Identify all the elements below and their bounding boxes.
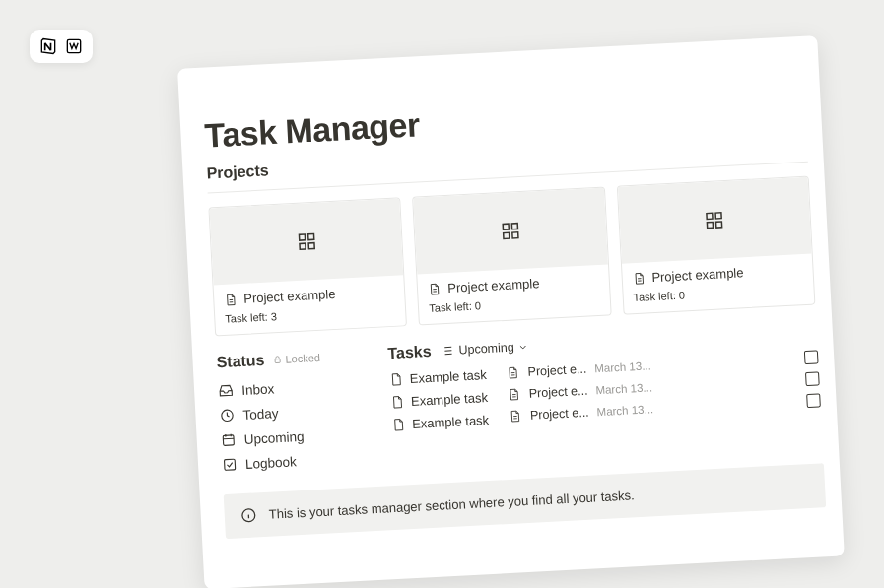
task-checkbox[interactable] [805, 371, 820, 386]
task-row-name: Project e... [527, 362, 586, 379]
project-card[interactable]: Project example Task left: 3 [208, 197, 407, 336]
chevron-down-icon [517, 341, 529, 353]
inbox-icon [218, 382, 235, 399]
status-item-label: Today [242, 406, 279, 423]
status-item-inbox[interactable]: Inbox [218, 375, 367, 399]
status-item-today[interactable]: Today [219, 400, 368, 424]
svg-rect-2 [307, 234, 313, 240]
page-icon [507, 387, 521, 402]
svg-rect-6 [511, 224, 517, 229]
task-label: Example task [412, 413, 490, 431]
status-item-label: Upcoming [243, 428, 304, 446]
calendar-icon [220, 431, 237, 448]
project-cover [618, 177, 812, 264]
svg-rect-15 [223, 435, 234, 446]
svg-rect-8 [512, 232, 518, 238]
locked-indicator: Locked [272, 352, 320, 366]
task-item[interactable]: Example task [391, 413, 490, 432]
svg-rect-10 [715, 213, 721, 219]
list-icon [441, 344, 455, 359]
page-icon [390, 394, 406, 410]
svg-rect-16 [224, 459, 235, 470]
page-icon [509, 409, 523, 424]
status-item-upcoming[interactable]: Upcoming [220, 425, 369, 448]
project-cover [413, 188, 607, 275]
task-label: Example task [411, 390, 489, 409]
svg-rect-7 [504, 232, 510, 238]
project-card[interactable]: Project example Task left: 0 [616, 176, 815, 315]
svg-rect-12 [716, 222, 722, 228]
page-icon [428, 282, 442, 296]
task-item[interactable]: Example task [390, 390, 489, 410]
secondary-logo-icon [63, 35, 85, 57]
tasks-column: Tasks Upcoming [387, 322, 823, 464]
locked-label: Locked [285, 352, 320, 365]
clock-icon [219, 407, 236, 424]
task-row-date: March 13... [595, 374, 798, 397]
task-row-name: Project e... [530, 406, 589, 423]
svg-rect-9 [707, 213, 713, 219]
svg-rect-0 [67, 39, 80, 52]
svg-rect-1 [299, 234, 305, 240]
notion-logo-icon [37, 35, 59, 57]
status-item-logbook[interactable]: Logbook [222, 449, 371, 473]
project-title: Project example [651, 265, 744, 285]
page-icon [388, 371, 404, 387]
task-item[interactable]: Example task [388, 367, 487, 387]
tasks-right-list: Project e... March 13... Project e... Ma… [506, 350, 821, 426]
grid-icon [297, 231, 317, 252]
projects-gallery: Project example Task left: 3 [208, 176, 815, 337]
info-icon [239, 506, 257, 524]
grid-icon [501, 221, 521, 241]
checkbox-icon [222, 456, 238, 473]
tasks-heading: Tasks [387, 343, 432, 362]
app-logo-badges [30, 30, 93, 63]
page-icon [632, 271, 646, 286]
task-row-date: March 13... [596, 395, 799, 418]
project-title: Project example [447, 276, 540, 295]
status-heading: Status [216, 352, 265, 372]
callout-text: This is your tasks manager section where… [268, 488, 635, 521]
page-icon [391, 417, 407, 432]
page-card: Task Manager Projects Project e [177, 35, 845, 588]
page-icon [224, 293, 238, 307]
view-switcher[interactable]: Upcoming [441, 340, 529, 359]
task-label: Example task [409, 367, 487, 386]
grid-icon [705, 210, 725, 230]
task-checkbox[interactable] [806, 393, 821, 408]
project-subtext: Task left: 3 [225, 304, 396, 325]
status-item-label: Logbook [245, 454, 298, 472]
status-column: Status Locked Inbox [216, 346, 370, 473]
project-subtext: Task left: 0 [633, 283, 804, 303]
task-checkbox[interactable] [804, 350, 819, 364]
page-icon [506, 365, 520, 380]
task-row-name: Project e... [528, 384, 587, 401]
svg-rect-13 [275, 359, 280, 363]
svg-rect-5 [503, 224, 509, 229]
svg-rect-4 [308, 243, 314, 249]
svg-rect-11 [708, 222, 714, 228]
view-label: Upcoming [458, 341, 514, 358]
tasks-left-list: Example task Example task [388, 367, 489, 432]
lock-icon [272, 355, 283, 365]
svg-rect-3 [300, 243, 306, 249]
task-row-date: March 13... [594, 353, 797, 375]
project-subtext: Task left: 0 [429, 294, 600, 314]
project-card[interactable]: Project example Task left: 0 [412, 186, 611, 325]
info-callout: This is your tasks manager section where… [224, 463, 827, 539]
project-title: Project example [243, 287, 336, 306]
status-item-label: Inbox [241, 381, 275, 398]
project-cover [209, 198, 403, 285]
